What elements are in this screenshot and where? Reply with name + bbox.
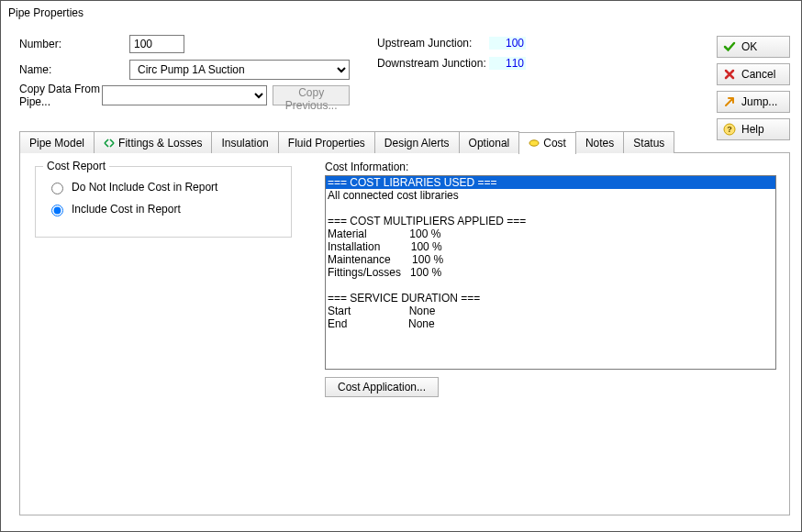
x-icon <box>723 68 736 81</box>
downstream-label: Downstream Junction: <box>377 57 489 70</box>
cost-info-line[interactable]: Material 100 % <box>326 227 775 240</box>
cost-info-label: Cost Information: <box>325 161 776 173</box>
tab-label: Insulation <box>221 137 268 150</box>
cost-info-line[interactable] <box>326 279 775 292</box>
tab-bar: Pipe Model Fittings & Losses Insulation … <box>19 131 790 153</box>
tab-content-cost: Cost Report Do Not Include Cost in Repor… <box>19 152 790 515</box>
copy-data-select[interactable] <box>102 85 268 105</box>
downstream-value: 110 <box>489 57 526 70</box>
fittings-icon <box>104 138 115 149</box>
coin-icon <box>529 138 540 149</box>
cost-info-line[interactable]: Installation 100 % <box>326 240 775 253</box>
radio-yes-label: Include Cost in Report <box>72 203 181 216</box>
upstream-label: Upstream Junction: <box>377 37 489 50</box>
cost-info-line[interactable]: All connected cost libraries <box>326 189 775 202</box>
tab-label: Fluid Properties <box>288 137 365 150</box>
cost-application-button[interactable]: Cost Application... <box>325 377 439 397</box>
tab-label: Design Alerts <box>384 137 450 150</box>
copy-data-label: Copy Data From Pipe... <box>19 83 102 108</box>
check-icon <box>723 40 736 53</box>
cost-info-line[interactable]: === COST LIBRARIES USED === <box>326 176 775 189</box>
number-input[interactable] <box>129 35 184 53</box>
group-title: Cost Report <box>43 160 109 172</box>
cost-info-line[interactable]: === COST MULTIPLIERS APPLIED === <box>326 215 775 227</box>
tab-insulation[interactable]: Insulation <box>211 131 278 153</box>
cost-info-line[interactable]: Maintenance 100 % <box>326 253 775 266</box>
cost-info-line[interactable] <box>326 202 775 215</box>
tab-status[interactable]: Status <box>623 131 674 153</box>
tab-label: Status <box>633 137 664 150</box>
jump-label: Jump... <box>741 95 777 108</box>
cancel-button[interactable]: Cancel <box>717 63 790 85</box>
radio-include-input[interactable] <box>51 205 63 216</box>
radio-no-include-input[interactable] <box>51 183 63 194</box>
number-label: Number: <box>19 38 129 50</box>
tab-fittings[interactable]: Fittings & Losses <box>94 131 212 153</box>
cost-info-list[interactable]: === COST LIBRARIES USED ===All connected… <box>325 175 776 370</box>
ok-label: OK <box>741 40 757 53</box>
cancel-label: Cancel <box>741 68 775 81</box>
radio-no-label: Do Not Include Cost in Report <box>72 181 217 194</box>
tab-label: Optional <box>469 137 510 150</box>
window-title: Pipe Properties <box>1 1 801 25</box>
name-select[interactable]: Circ Pump 1A Suction <box>129 60 350 80</box>
tab-label: Pipe Model <box>29 137 84 150</box>
tab-fluid[interactable]: Fluid Properties <box>278 131 375 153</box>
radio-include[interactable]: Include Cost in Report <box>47 202 280 216</box>
svg-point-2 <box>529 140 539 146</box>
cost-info-line[interactable]: === SERVICE DURATION === <box>326 292 775 305</box>
cost-report-group: Cost Report Do Not Include Cost in Repor… <box>35 166 292 238</box>
cost-info-line[interactable]: End None <box>326 317 775 330</box>
tab-notes[interactable]: Notes <box>575 131 624 153</box>
tab-label: Notes <box>585 137 614 150</box>
radio-no-include[interactable]: Do Not Include Cost in Report <box>47 180 280 194</box>
ok-button[interactable]: OK <box>717 36 790 58</box>
cost-info-line[interactable]: Fittings/Losses 100 % <box>326 266 775 279</box>
upstream-value: 100 <box>489 37 526 50</box>
tab-label: Fittings & Losses <box>118 137 202 150</box>
tab-label: Cost <box>543 137 566 150</box>
tab-optional[interactable]: Optional <box>459 131 520 153</box>
cost-info-line[interactable]: Start None <box>326 305 775 317</box>
arrow-icon <box>723 95 736 108</box>
jump-button[interactable]: Jump... <box>717 91 790 113</box>
tab-cost[interactable]: Cost <box>518 132 576 154</box>
tab-design-alerts[interactable]: Design Alerts <box>374 131 460 153</box>
name-label: Name: <box>19 63 129 76</box>
action-buttons: OK Cancel Jump... ? Help <box>717 36 790 140</box>
tab-pipe-model[interactable]: Pipe Model <box>19 131 95 153</box>
copy-previous-button[interactable]: Copy Previous... <box>273 85 350 105</box>
